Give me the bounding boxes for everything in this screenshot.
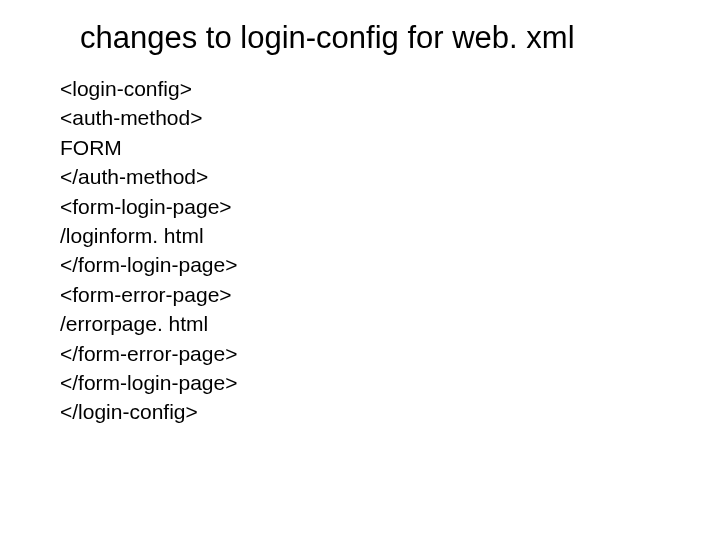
code-line: <login-config> <box>60 74 720 103</box>
code-line: </auth-method> <box>60 162 720 191</box>
slide-title: changes to login-config for web. xml <box>0 20 720 56</box>
code-line: <form-login-page> <box>60 192 720 221</box>
code-line: /loginform. html <box>60 221 720 250</box>
code-line: /errorpage. html <box>60 309 720 338</box>
code-line: </form-login-page> <box>60 250 720 279</box>
code-line: FORM <box>60 133 720 162</box>
code-line: </login-config> <box>60 397 720 426</box>
code-line: </form-error-page> <box>60 339 720 368</box>
code-line: <auth-method> <box>60 103 720 132</box>
xml-code-block: <login-config> <auth-method> FORM </auth… <box>0 74 720 427</box>
code-line: </form-login-page> <box>60 368 720 397</box>
code-line: <form-error-page> <box>60 280 720 309</box>
